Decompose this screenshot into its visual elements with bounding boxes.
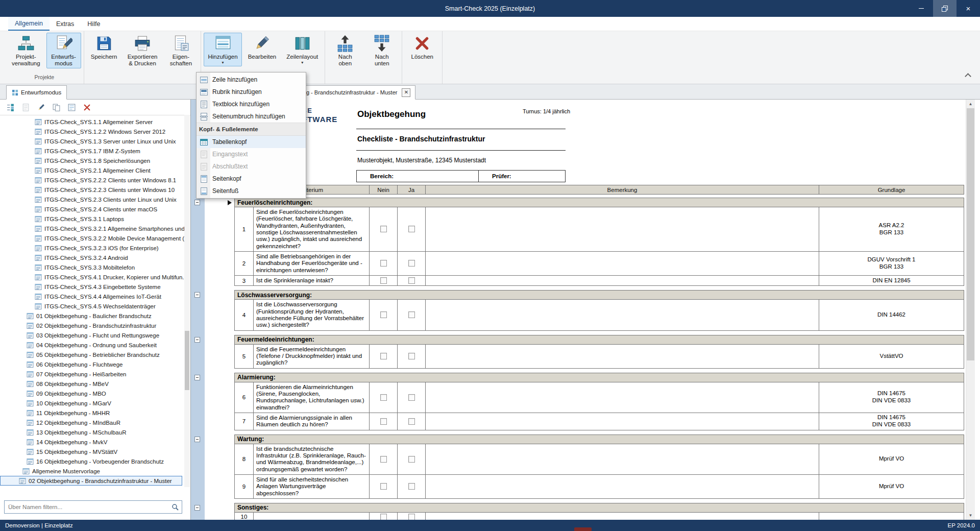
checkbox-nein[interactable] <box>380 418 387 425</box>
tree-item[interactable]: 02 Objektbegehung - Brandschutzinfrastru… <box>0 321 182 330</box>
menu-item-seitenkopf[interactable]: Seitenkopf <box>197 173 306 185</box>
collapse-icon[interactable] <box>194 375 200 380</box>
checkbox-nein[interactable] <box>380 353 387 359</box>
copy-button[interactable] <box>50 101 62 113</box>
tree-item[interactable]: ITGS-Check_SYS.2.2.3 Clients unter Windo… <box>0 185 182 195</box>
checkbox-nein[interactable] <box>380 483 387 490</box>
menu-group-kopf-fusselemente[interactable]: Kopf- & Fußelemente <box>197 123 306 136</box>
restore-button[interactable] <box>933 0 957 17</box>
menu-item-zeile[interactable]: Zeile hinzufügen <box>197 74 306 86</box>
section-band[interactable]: Alarmierung: <box>234 373 964 382</box>
checkbox-ja[interactable] <box>408 260 415 267</box>
menu-tab[interactable]: Extras <box>50 17 81 31</box>
hinzufuegen-button[interactable]: Hinzufügen ▾ <box>204 33 241 66</box>
tree-item[interactable]: ITGS-Check_SYS.2.2.2 Clients unter Windo… <box>0 175 182 185</box>
checkbox-ja[interactable] <box>408 353 415 359</box>
speichern-button[interactable]: Speichern ▾ <box>87 33 121 62</box>
checkbox-ja[interactable] <box>408 483 415 490</box>
checkbox-nein[interactable] <box>380 456 387 463</box>
tree-item[interactable]: 03 Objektbegehung - Flucht und Rettungsw… <box>0 330 182 340</box>
tree-item[interactable]: 10 Objektbegehung - MGarV <box>0 398 182 408</box>
menu-item-seitenfuss[interactable]: Seitenfuß <box>197 185 306 197</box>
entwurfsmodus-button[interactable]: Entwurfs- modus ▾ <box>46 33 81 68</box>
tab-close-icon[interactable]: ✕ <box>402 88 410 97</box>
edit-button[interactable] <box>35 101 47 113</box>
section-band[interactable]: Sonstiges: <box>234 503 964 513</box>
checklist-row[interactable]: 6 Funktionieren die Alarmeinrichtungen (… <box>234 382 964 413</box>
ribbon-collapse-button[interactable] <box>964 71 972 80</box>
sidebar-scrollbar-thumb[interactable] <box>185 331 189 391</box>
tree-item[interactable]: ITGS-Check_SYS.1.1 Allgemeiner Server <box>0 117 182 127</box>
zeilenlayout-button[interactable]: Zeilenlayout ▾ <box>282 33 322 66</box>
tree-item[interactable]: Allgemeine Mustervorlage <box>0 466 182 476</box>
tree-item[interactable]: ITGS-Check_SYS.3.1 Laptops <box>0 214 182 224</box>
tree-item[interactable]: ITGS-Check_SYS.1.7 IBM Z-System <box>0 146 182 156</box>
tree-item[interactable]: ITGS-Check_SYS.3.3 Mobiltelefon <box>0 262 182 272</box>
tree-item[interactable]: ITGS-Check_SYS.4.5 Wechseldatenträger <box>0 301 182 311</box>
checklist-row[interactable]: 2 Sind alle Betriebsangehörigen in der H… <box>234 252 964 276</box>
checklist-row[interactable]: 3 Ist die Sprinkleranlage intakt? DIN EN… <box>234 276 964 286</box>
tree-item[interactable]: 11 Objektbegehung - MHHR <box>0 408 182 418</box>
menu-tab[interactable]: Allgemein <box>8 17 50 31</box>
nach-unten-button[interactable]: Nach unten ▾ <box>364 33 399 68</box>
minimize-button[interactable] <box>910 0 933 17</box>
checklist-row[interactable]: 8 Ist die brandschutztechnische Infrastr… <box>234 444 964 475</box>
section-band[interactable]: Feuerlöscheinrichtungen: <box>234 198 964 207</box>
tree-item[interactable]: ITGS-Check_SYS.1.2.2 Windows Server 2012 <box>0 127 182 136</box>
menu-item-rubrik[interactable]: Rubrik hinzufügen <box>197 86 306 98</box>
menu-tab[interactable]: Hilfe <box>81 17 107 31</box>
vertical-scrollbar[interactable]: ▲ ▼ <box>966 100 975 520</box>
filter-input[interactable] <box>5 504 171 510</box>
form-button[interactable] <box>65 101 78 113</box>
section-band[interactable]: Löschwasserversorgung: <box>234 290 964 300</box>
tree-item[interactable]: ITGS-Check_SYS.1.3 Server unter Linux un… <box>0 136 182 146</box>
checkbox-ja[interactable] <box>408 418 415 425</box>
tree-item[interactable]: ITGS-Check_SYS.1.8 Speicherlösungen <box>0 156 182 165</box>
collapse-icon[interactable] <box>194 505 200 511</box>
collapse-icon[interactable] <box>194 337 200 343</box>
tree-item[interactable]: 05 Objektbegehung - Betrieblicher Brands… <box>0 350 182 359</box>
checkbox-nein[interactable] <box>380 514 387 520</box>
scroll-down-icon[interactable]: ▼ <box>966 511 975 520</box>
tree-item[interactable]: 15 Objektbegehung - MVStättV <box>0 447 182 456</box>
checkbox-nein[interactable] <box>380 277 387 284</box>
tree-item[interactable]: ITGS-Check_SYS.4.1 Drucker, Kopierer und… <box>0 272 182 282</box>
tree-item[interactable]: 08 Objektbegehung - MBeV <box>0 379 182 389</box>
tree-item[interactable]: 13 Objektbegehung - MSchulbauR <box>0 427 182 437</box>
section-band[interactable]: Feuermeldeeinrichtungen: <box>234 335 964 345</box>
tree-item[interactable]: 01 Objektbegehung - Baulicher Brandschut… <box>0 311 182 321</box>
checkbox-ja[interactable] <box>408 394 415 401</box>
tree-item[interactable]: 12 Objektbegehung - MIndBauR <box>0 418 182 427</box>
checkbox-ja[interactable] <box>408 311 415 318</box>
tree-item[interactable]: ITGS-Check_SYS.4.3 Eingebettete Systeme <box>0 282 182 292</box>
tree-item[interactable]: ITGS-Check_SYS.4.4 Allgemeines IoT-Gerät <box>0 292 182 301</box>
eigenschaften-button[interactable]: Eigen- schaften ▾ <box>163 33 198 68</box>
checklist-row[interactable]: 9 Sind für alle sicherheitstechnischen A… <box>234 475 964 499</box>
checkbox-nein[interactable] <box>380 226 387 232</box>
tree-item[interactable]: ITGS-Check_SYS.2.1 Allgemeiner Client <box>0 165 182 175</box>
scroll-up-icon[interactable]: ▲ <box>966 100 975 108</box>
tree-item[interactable]: 06 Objektbegehung - Fluchtwege <box>0 359 182 369</box>
checklist-row[interactable]: 5 Sind die Feuermeldeeinrichtungen (Tele… <box>234 345 964 369</box>
checkbox-ja[interactable] <box>408 456 415 463</box>
tree-item[interactable]: 09 Objektbegehung - MBO <box>0 389 182 398</box>
section-band[interactable]: Wartung: <box>234 435 964 444</box>
checklist-row[interactable]: 10 <box>234 513 964 520</box>
checklist-row[interactable]: 4 Ist die Löschwasserversorgung (Funktio… <box>234 300 964 330</box>
tree-item[interactable]: 02 Objektbegehung - Brandschutzinfrastru… <box>0 476 182 486</box>
checkbox-nein[interactable] <box>380 260 387 267</box>
tree-item[interactable]: ITGS-Check_SYS.2.4 Clients unter macOS <box>0 204 182 214</box>
expand-list-button[interactable] <box>4 101 16 113</box>
sidebar-scrollbar[interactable] <box>184 115 190 487</box>
checklist-row[interactable]: 1 Sind die Feuerlöscheinrichtungen (Feue… <box>234 207 964 252</box>
tree-item[interactable]: 07 Objektbegehung - Heißarbeiten <box>0 369 182 379</box>
tree-item[interactable]: ITGS-Check_SYS.3.2.3 iOS (for Enterprise… <box>0 243 182 253</box>
checkbox-nein[interactable] <box>380 311 387 318</box>
tab-entwurfsmodus[interactable]: Entwurfsmodus <box>6 85 67 100</box>
projektverwaltung-button[interactable]: Projekt- verwaltung ▾ <box>8 33 44 68</box>
tree-item[interactable]: ITGS-Check_SYS.3.2.4 Android <box>0 253 182 262</box>
checkbox-ja[interactable] <box>408 277 415 284</box>
bearbeiten-button[interactable]: Bearbeiten ▾ <box>244 33 281 62</box>
exportieren-drucken-button[interactable]: Exportieren & Drucken ▾ <box>124 33 162 68</box>
tree-item[interactable]: 16 Objektbegehung - Vorbeugender Brandsc… <box>0 456 182 466</box>
